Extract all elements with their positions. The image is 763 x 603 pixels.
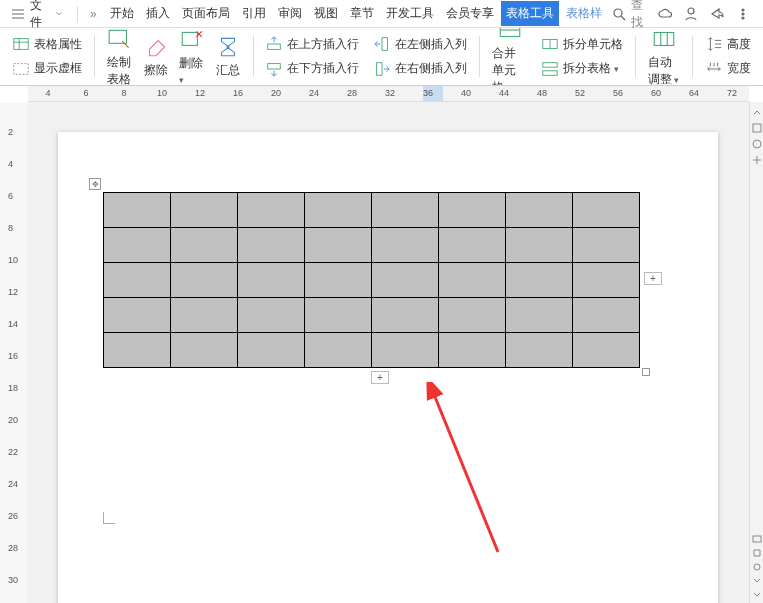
tab-insert[interactable]: 插入 xyxy=(141,1,175,26)
table-object[interactable]: ✥ + + xyxy=(103,192,640,368)
ruler-tick: 2 xyxy=(8,127,13,137)
width-field[interactable]: 宽度 xyxy=(703,58,753,80)
tab-page-layout[interactable]: 页面布局 xyxy=(177,1,235,26)
table-cell[interactable] xyxy=(171,228,238,263)
erase-button[interactable]: 擦除 xyxy=(141,32,171,81)
table-cell[interactable] xyxy=(573,333,640,368)
table-cell[interactable] xyxy=(104,263,171,298)
table-cell[interactable] xyxy=(372,228,439,263)
sidebar-tool-1[interactable] xyxy=(752,122,762,132)
table-cell[interactable] xyxy=(104,298,171,333)
ruler-tick: 16 xyxy=(233,88,243,98)
svg-rect-16 xyxy=(543,71,557,76)
share-icon[interactable] xyxy=(709,6,725,22)
table-cell[interactable] xyxy=(372,333,439,368)
scroll-down-button[interactable] xyxy=(752,589,762,599)
summary-button[interactable]: 汇总 xyxy=(213,32,243,81)
table-cell[interactable] xyxy=(573,298,640,333)
table-cell[interactable] xyxy=(238,298,305,333)
tab-reference[interactable]: 引用 xyxy=(237,1,271,26)
table-cell[interactable] xyxy=(506,263,573,298)
delete-button[interactable]: 删除 ▾ xyxy=(177,28,207,86)
auto-adjust-button[interactable]: 自动调整 ▾ xyxy=(646,28,683,86)
table-cell[interactable] xyxy=(171,263,238,298)
tab-table-style[interactable]: 表格样 xyxy=(561,1,607,26)
table-cell[interactable] xyxy=(171,298,238,333)
table-cell[interactable] xyxy=(506,193,573,228)
tab-table-tools[interactable]: 表格工具 xyxy=(501,1,559,26)
table-properties-button[interactable]: 表格属性 xyxy=(10,33,84,55)
sidebar-tool-2[interactable] xyxy=(752,138,762,148)
table-cell[interactable] xyxy=(372,263,439,298)
table-move-handle[interactable]: ✥ xyxy=(89,178,101,190)
table-cell[interactable] xyxy=(439,193,506,228)
tab-start[interactable]: 开始 xyxy=(105,1,139,26)
table-cell[interactable] xyxy=(104,193,171,228)
tab-view[interactable]: 视图 xyxy=(309,1,343,26)
resize-handle[interactable] xyxy=(642,368,650,376)
table-cell[interactable] xyxy=(305,333,372,368)
cloud-icon[interactable] xyxy=(657,6,673,22)
draw-table-button[interactable]: 绘制表格 xyxy=(105,28,135,86)
table-cell[interactable] xyxy=(104,333,171,368)
table-cell[interactable] xyxy=(573,263,640,298)
file-menu-button[interactable]: 文件 xyxy=(4,0,69,33)
table-cell[interactable] xyxy=(171,193,238,228)
tab-member[interactable]: 会员专享 xyxy=(441,1,499,26)
sidebar-bottom-3[interactable] xyxy=(752,561,762,571)
vertical-ruler[interactable]: 24681012141618202224262830 xyxy=(0,102,28,603)
tab-chapter[interactable]: 章节 xyxy=(345,1,379,26)
table-cell[interactable] xyxy=(305,193,372,228)
chevron-down-icon: ▾ xyxy=(611,64,619,74)
table-cell[interactable] xyxy=(573,193,640,228)
data-table[interactable] xyxy=(103,192,640,368)
table-cell[interactable] xyxy=(372,298,439,333)
table-cell[interactable] xyxy=(439,263,506,298)
chevron-down-icon: ▾ xyxy=(672,75,680,85)
insert-row-below-button[interactable]: 在下方插入行 xyxy=(263,58,361,80)
table-cell[interactable] xyxy=(439,228,506,263)
table-cell[interactable] xyxy=(238,263,305,298)
sidebar-tool-3[interactable] xyxy=(752,154,762,164)
table-cell[interactable] xyxy=(305,298,372,333)
table-cell[interactable] xyxy=(171,333,238,368)
search-button[interactable]: 查找 xyxy=(611,0,647,31)
table-cell[interactable] xyxy=(372,193,439,228)
table-cell[interactable] xyxy=(439,333,506,368)
table-cell[interactable] xyxy=(506,228,573,263)
sidebar-bottom-2[interactable] xyxy=(752,547,762,557)
table-cell[interactable] xyxy=(238,333,305,368)
more-left-icon[interactable]: » xyxy=(86,7,101,21)
more-icon[interactable] xyxy=(735,6,751,22)
table-cell[interactable] xyxy=(439,298,506,333)
scroll-up-button[interactable] xyxy=(752,106,762,116)
split-cell-button[interactable]: 拆分单元格 xyxy=(539,33,625,55)
table-cell[interactable] xyxy=(506,333,573,368)
merge-cells-button[interactable]: 合并单元格 xyxy=(490,28,529,86)
user-icon[interactable] xyxy=(683,6,699,22)
table-cell[interactable] xyxy=(238,193,305,228)
svg-rect-5 xyxy=(14,39,28,50)
height-field[interactable]: 高度 xyxy=(703,33,753,55)
table-cell[interactable] xyxy=(506,298,573,333)
insert-col-left-button[interactable]: 在左侧插入列 xyxy=(371,33,469,55)
insert-row-above-button[interactable]: 在上方插入行 xyxy=(263,33,361,55)
tab-devtools[interactable]: 开发工具 xyxy=(381,1,439,26)
sidebar-bottom-4[interactable] xyxy=(752,575,762,585)
insert-col-right-button[interactable]: 在右侧插入列 xyxy=(371,58,469,80)
table-cell[interactable] xyxy=(104,228,171,263)
tab-review[interactable]: 审阅 xyxy=(273,1,307,26)
ruler-tick: 28 xyxy=(347,88,357,98)
add-row-button[interactable]: + xyxy=(371,371,389,384)
table-cell[interactable] xyxy=(573,228,640,263)
show-frame-button[interactable]: 显示虚框 xyxy=(10,58,84,80)
table-cell[interactable] xyxy=(238,228,305,263)
document-canvas[interactable]: ✥ + + xyxy=(28,102,749,603)
sidebar-bottom-1[interactable] xyxy=(752,533,762,543)
split-table-button[interactable]: 拆分表格 ▾ xyxy=(539,58,625,80)
add-col-button[interactable]: + xyxy=(644,272,662,285)
horizontal-ruler[interactable]: 46810121620242832364044485256606472 xyxy=(28,86,749,102)
table-cell[interactable] xyxy=(305,228,372,263)
page: ✥ + + xyxy=(58,132,718,603)
table-cell[interactable] xyxy=(305,263,372,298)
